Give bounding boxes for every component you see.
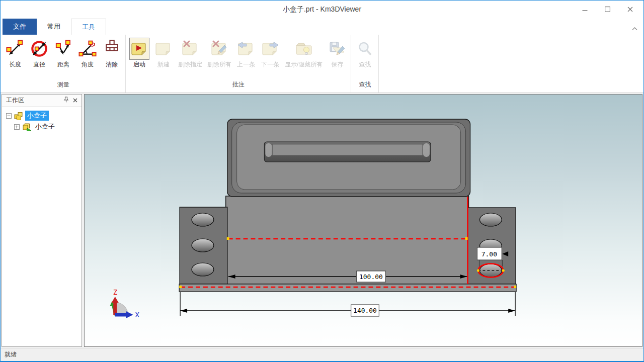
hole <box>479 213 502 226</box>
button-label: 上一条 <box>237 60 255 69</box>
workspace-panel: 工作区 小盒子小盒子 <box>2 94 82 347</box>
hole <box>192 213 214 226</box>
next-icon <box>261 38 280 59</box>
button-label: 删除指定 <box>178 60 202 69</box>
diameter-button[interactable]: 直径 <box>27 36 51 70</box>
dimension-value: 100.00 <box>359 273 383 281</box>
workspace-tree: 小盒子小盒子 <box>2 107 82 346</box>
minimize-button[interactable] <box>574 1 596 19</box>
new-annotation-icon <box>154 38 173 59</box>
tree-item[interactable]: 小盒子 <box>2 121 82 132</box>
tab-file[interactable]: 文件 <box>3 19 37 35</box>
close-icon <box>73 97 77 104</box>
ribbon-collapse-button[interactable] <box>630 25 638 32</box>
close-panel-button[interactable] <box>70 96 79 105</box>
ribbon-group-find: 查找查找 <box>351 35 379 93</box>
maximize-icon <box>605 5 610 14</box>
tree-item-label[interactable]: 小盒子 <box>33 122 57 132</box>
group-label: 批注 <box>127 78 349 93</box>
delete-specified-button[interactable]: 删除指定 <box>176 36 205 70</box>
expand-toggle-icon[interactable] <box>14 124 20 130</box>
tree-item[interactable]: 小盒子 <box>2 110 82 121</box>
ribbon-groups: 长度直径距离角度清除测量启动新建删除指定删除所有上一条下一条显示/隐藏所有保存批… <box>2 35 379 93</box>
minimize-icon <box>582 5 588 14</box>
new-button[interactable]: 新建 <box>151 36 176 70</box>
chevron-up-icon <box>632 24 637 33</box>
clear-icon <box>102 38 121 59</box>
viewport-3d[interactable]: 100.00 140.00 <box>84 94 642 347</box>
button-label: 查找 <box>359 60 371 69</box>
part-icon <box>22 123 32 131</box>
group-label: 测量 <box>3 78 124 93</box>
button-label: 长度 <box>9 60 21 69</box>
ribbon-group-measure: 长度直径距离角度清除测量 <box>2 35 126 93</box>
model-base <box>179 284 516 292</box>
angle-icon <box>78 38 97 59</box>
delete-all-icon <box>210 38 229 59</box>
button-label: 显示/隐藏所有 <box>285 60 323 69</box>
tab-tools[interactable]: 工具 <box>71 19 106 35</box>
pin-panel-button[interactable] <box>61 96 70 105</box>
hole <box>192 239 214 252</box>
model-scene: 100.00 140.00 <box>85 95 642 346</box>
dimension-base-width[interactable]: 140.00 <box>180 292 515 316</box>
workspace-panel-title: 工作区 <box>6 96 61 105</box>
arrowhead-right-icon <box>508 309 515 313</box>
dimension-value: 140.00 <box>353 307 377 314</box>
main-area: 工作区 小盒子小盒子 <box>1 93 643 348</box>
button-label: 删除所有 <box>207 60 231 69</box>
assembly-icon <box>14 112 24 120</box>
button-label: 保存 <box>331 60 343 69</box>
axis-triad: Z X <box>110 288 139 319</box>
close-button[interactable] <box>619 1 641 19</box>
workspace-panel-header: 工作区 <box>2 95 82 107</box>
tab-common[interactable]: 常用 <box>37 19 71 35</box>
axis-z-label: Z <box>113 288 117 296</box>
previous-icon <box>236 38 256 59</box>
app-window: 小盒子.prt - Km3DViewer 文件常用工具 长度直径距离角度清除测量… <box>0 0 644 362</box>
button-label: 角度 <box>82 60 94 69</box>
length-button[interactable]: 长度 <box>3 36 27 70</box>
next-button[interactable]: 下一条 <box>258 36 282 70</box>
lid-slot <box>264 142 431 162</box>
flange-left <box>180 207 227 284</box>
title-bar: 小盒子.prt - Km3DViewer <box>1 1 643 19</box>
maximize-button[interactable] <box>596 1 619 19</box>
flange-right <box>468 208 516 284</box>
distance-button[interactable]: 距离 <box>51 36 75 70</box>
arrowhead-left-icon <box>180 309 187 313</box>
status-text: 就绪 <box>5 350 17 359</box>
ribbon-group-annotation: 启动新建删除指定删除所有上一条下一条显示/隐藏所有保存批注 <box>126 35 351 93</box>
model-body <box>226 196 469 284</box>
delete-all-button[interactable]: 删除所有 <box>205 36 234 70</box>
start-annotation-icon <box>130 38 149 59</box>
start-button[interactable]: 启动 <box>127 36 151 70</box>
find-icon <box>355 38 374 59</box>
window-title: 小盒子.prt - Km3DViewer <box>283 5 361 14</box>
previous-button[interactable]: 上一条 <box>234 36 258 70</box>
distance-icon <box>54 38 73 59</box>
button-label: 距离 <box>57 60 69 69</box>
axis-x-label: X <box>135 311 140 319</box>
delete-specified-icon <box>181 38 200 59</box>
button-label: 清除 <box>106 60 118 69</box>
model-lid <box>227 119 470 197</box>
close-icon <box>627 5 633 14</box>
button-label: 下一条 <box>261 60 279 69</box>
hole <box>192 263 214 276</box>
clear-button[interactable]: 清除 <box>100 36 124 70</box>
group-label: 查找 <box>353 78 377 93</box>
angle-button[interactable]: 角度 <box>75 36 100 70</box>
show-hide-all-icon <box>294 38 313 59</box>
window-controls <box>574 1 641 19</box>
dimension-value: 7.00 <box>481 250 497 258</box>
button-label: 启动 <box>133 60 145 69</box>
collapse-toggle-icon[interactable] <box>6 113 12 119</box>
save-button[interactable]: 保存 <box>325 36 349 70</box>
diameter-icon <box>30 38 49 59</box>
find-button[interactable]: 查找 <box>353 36 377 70</box>
save-annotation-icon <box>328 38 347 59</box>
tree-item-label[interactable]: 小盒子 <box>25 111 49 121</box>
show-hide-all-button[interactable]: 显示/隐藏所有 <box>282 36 325 70</box>
ribbon: 长度直径距离角度清除测量启动新建删除指定删除所有上一条下一条显示/隐藏所有保存批… <box>1 35 643 93</box>
